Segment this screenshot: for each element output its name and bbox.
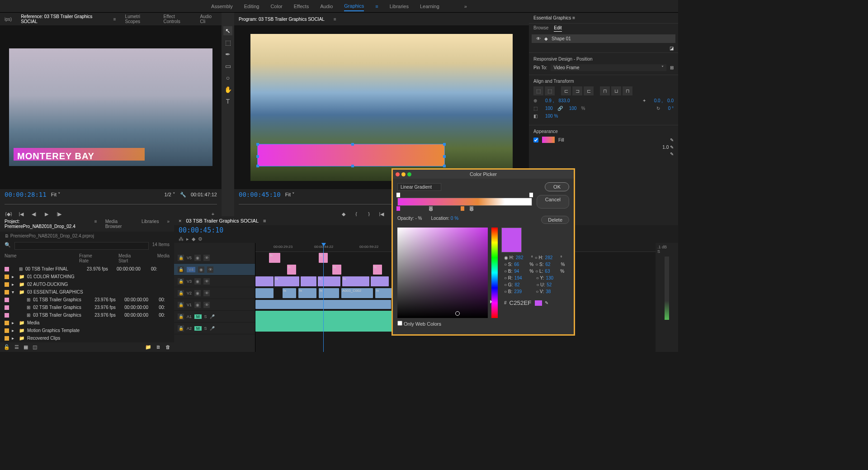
radio-r[interactable]: ○ R: bbox=[504, 275, 513, 280]
l2-input[interactable] bbox=[545, 269, 558, 274]
tab-effects[interactable]: Effect Controls bbox=[164, 14, 191, 24]
ws-menu-icon[interactable]: ≡ bbox=[375, 2, 378, 11]
s2-input[interactable] bbox=[545, 262, 559, 267]
clip[interactable]: fx bbox=[269, 253, 280, 263]
selection-tool-icon[interactable]: ↖ bbox=[223, 26, 232, 35]
only-web-checkbox[interactable] bbox=[397, 321, 402, 326]
clip[interactable]: fx bbox=[375, 288, 393, 298]
fill-swatch[interactable] bbox=[542, 137, 555, 143]
min-dot-icon[interactable] bbox=[401, 172, 406, 176]
clip[interactable]: fx bbox=[342, 276, 369, 286]
tab-clips[interactable]: ips) bbox=[5, 17, 12, 22]
overflow-icon[interactable]: » bbox=[167, 219, 170, 229]
align-h2-icon[interactable]: ⊐ bbox=[572, 86, 582, 95]
midpoint-stop[interactable]: ◇ bbox=[429, 206, 433, 211]
saturation-box[interactable] bbox=[397, 228, 488, 318]
pen-tool-icon[interactable]: ✒ bbox=[223, 50, 232, 59]
proj-tab-project[interactable]: Project: PremierePro_NAB2018_Drop_02.4 bbox=[5, 219, 86, 229]
max-dot-icon[interactable] bbox=[407, 172, 411, 176]
layer-shape-01[interactable]: 👁 ◆ Shape 01 bbox=[532, 34, 675, 43]
hue-cursor[interactable] bbox=[490, 300, 492, 304]
location-value[interactable]: 0 % bbox=[451, 216, 458, 221]
hue-slider[interactable] bbox=[491, 228, 498, 318]
snap-icon[interactable]: ⁂ bbox=[179, 236, 184, 242]
proj-tab-media[interactable]: Media Browser bbox=[105, 219, 133, 229]
marker-icon[interactable]: ◆ bbox=[192, 236, 195, 242]
radio-s[interactable]: ○ S: bbox=[504, 262, 512, 267]
h2-input[interactable] bbox=[545, 255, 559, 260]
gradient-type-dropdown[interactable]: Linear Gradient bbox=[397, 183, 441, 191]
ellipse-tool-icon[interactable]: ○ bbox=[223, 73, 232, 82]
pos-x[interactable]: 0.9 , bbox=[545, 98, 554, 103]
project-row[interactable]: ▸📁Media bbox=[0, 319, 174, 327]
clip[interactable] bbox=[301, 276, 316, 286]
trash-icon[interactable]: 🗑 bbox=[165, 344, 170, 350]
align-h1-icon[interactable]: ⊏ bbox=[561, 86, 571, 95]
bv-input[interactable] bbox=[514, 289, 528, 294]
ws-graphics[interactable]: Graphics bbox=[344, 1, 364, 11]
playhead[interactable] bbox=[323, 243, 324, 352]
project-row[interactable]: ⊞02 TSB Trailer Graphics23.976 fps00:00:… bbox=[0, 304, 174, 311]
proj-tab-libs[interactable]: Libraries bbox=[142, 219, 159, 229]
prog-fit-dropdown[interactable]: Fit ˅ bbox=[285, 192, 295, 198]
eye-icon[interactable]: 👁 bbox=[536, 36, 541, 41]
tab-menu-icon[interactable]: ≡ bbox=[263, 218, 266, 223]
ws-libraries[interactable]: Libraries bbox=[390, 2, 409, 11]
close-tab-icon[interactable]: × bbox=[179, 218, 181, 223]
b-input[interactable] bbox=[514, 269, 528, 274]
align-v3-icon[interactable]: ⊓ bbox=[623, 86, 632, 95]
ws-editing[interactable]: Editing bbox=[244, 2, 259, 11]
align-center-icon[interactable]: ⬚ bbox=[545, 86, 555, 95]
ws-audio[interactable]: Audio bbox=[320, 2, 333, 11]
program-monitor[interactable] bbox=[234, 25, 529, 189]
link-icon[interactable]: ▸ bbox=[186, 236, 189, 242]
clip[interactable]: fx bbox=[283, 288, 296, 298]
timeline-title[interactable]: 03 TSB Trailer Graphics SOCIAL bbox=[186, 218, 259, 223]
clip[interactable]: fx bbox=[318, 276, 340, 286]
opacity-value[interactable]: - % bbox=[415, 216, 422, 221]
ref-timecode[interactable]: 00:00:28:11 bbox=[5, 191, 47, 198]
color-stop[interactable] bbox=[461, 206, 464, 211]
new-item-icon[interactable]: 🗎 bbox=[156, 344, 161, 350]
tab-menu-icon[interactable]: ≡ bbox=[334, 17, 336, 22]
ws-assembly[interactable]: Assembly bbox=[211, 2, 233, 11]
clip[interactable]: A003_C002 bbox=[341, 288, 373, 298]
rotation[interactable]: 0 ° bbox=[668, 106, 674, 111]
clip[interactable]: fx bbox=[332, 265, 341, 275]
opacity-stop[interactable] bbox=[396, 193, 400, 197]
project-row[interactable]: ⊞01 TSB Trailer Graphics23.976 fps00:00:… bbox=[0, 296, 174, 304]
col-name[interactable]: Name bbox=[5, 253, 61, 263]
ws-overflow-icon[interactable]: » bbox=[464, 2, 467, 11]
midpoint-stop[interactable]: ◇ bbox=[470, 206, 473, 211]
tab-menu-icon[interactable]: ≡ bbox=[94, 219, 97, 229]
clip[interactable]: fx bbox=[319, 288, 339, 298]
align-v2-icon[interactable]: ⊔ bbox=[611, 86, 621, 95]
hex-input[interactable] bbox=[509, 299, 532, 306]
delete-button[interactable]: Delete bbox=[541, 216, 569, 224]
prog-timecode[interactable]: 00:00:45:10 bbox=[239, 191, 281, 198]
reference-monitor[interactable]: MONTEREY BAY bbox=[0, 25, 222, 189]
track-v1[interactable]: 🔒V1◉👁 bbox=[174, 299, 255, 311]
clip[interactable]: fx bbox=[373, 265, 382, 275]
align-v1-icon[interactable]: ⊓ bbox=[600, 86, 610, 95]
fill-checkbox[interactable] bbox=[533, 138, 538, 142]
eyedropper-icon[interactable]: ✎ bbox=[670, 138, 674, 142]
u2-input[interactable] bbox=[547, 282, 560, 287]
wrench-icon[interactable]: 🔧 bbox=[180, 192, 186, 198]
ok-button[interactable]: OK bbox=[545, 182, 569, 191]
anchor-x[interactable]: 0.0 , bbox=[654, 98, 663, 103]
selected-shape[interactable] bbox=[257, 144, 445, 166]
rect-tool-icon[interactable]: ▭ bbox=[223, 62, 232, 71]
project-search-input[interactable] bbox=[14, 242, 149, 250]
direct-select-icon[interactable]: ⬚ bbox=[223, 38, 232, 47]
ref-scrubber[interactable] bbox=[5, 200, 217, 208]
type-tool-icon[interactable]: T bbox=[223, 97, 232, 106]
lock-icon[interactable]: 🔓 bbox=[4, 344, 10, 350]
tab-reference[interactable]: Reference: 03 TSB Trailer Graphics SOCIA… bbox=[21, 14, 104, 24]
clip[interactable]: fx bbox=[298, 288, 316, 298]
col-media[interactable]: Media bbox=[157, 253, 170, 263]
freeform-icon[interactable]: ◫ bbox=[33, 344, 37, 350]
hand-tool-icon[interactable]: ✋ bbox=[223, 85, 232, 94]
tab-lumetri[interactable]: Lumetri Scopes bbox=[125, 14, 155, 24]
track-v2[interactable]: 🔒V2◉👁 bbox=[174, 287, 255, 299]
